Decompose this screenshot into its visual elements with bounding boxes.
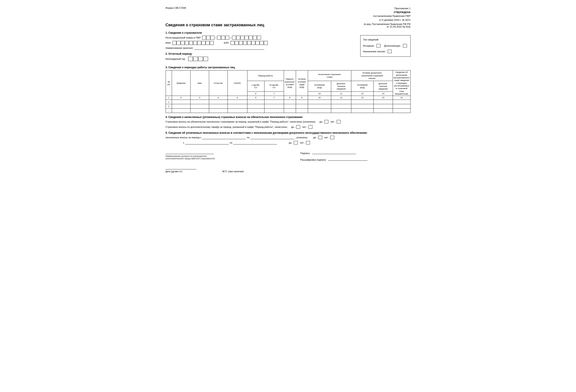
row2-snils[interactable] <box>228 104 247 108</box>
year-box[interactable] <box>203 57 208 61</box>
row3-surname[interactable] <box>172 108 190 113</box>
row3-period-from[interactable] <box>247 108 264 113</box>
inn-box[interactable] <box>197 41 201 45</box>
row2-early-add[interactable] <box>374 104 393 108</box>
kpp-box[interactable] <box>251 41 255 45</box>
row3-early-basis[interactable] <box>351 108 374 113</box>
row2-dismissal[interactable] <box>393 104 410 108</box>
pension-to2-field[interactable] <box>233 141 277 145</box>
pension-no2-box[interactable] <box>306 141 310 145</box>
type-pension-box[interactable] <box>388 50 392 53</box>
name-field[interactable] <box>194 46 264 50</box>
row2-territorial[interactable] <box>284 104 296 108</box>
row2-calc-add[interactable] <box>331 104 351 108</box>
reg-box[interactable] <box>240 36 244 40</box>
inn-box[interactable] <box>202 41 205 45</box>
inn-box[interactable] <box>173 41 176 45</box>
inn-box[interactable] <box>210 41 214 45</box>
pension-yes1-box[interactable] <box>318 136 322 139</box>
pension-from-field[interactable] <box>202 136 246 139</box>
signature-line[interactable] <box>312 150 356 154</box>
table-row: 2 <box>166 104 410 108</box>
contrib-no1-box[interactable] <box>337 120 341 123</box>
row2-calc-basis[interactable] <box>308 104 331 108</box>
reg-box[interactable] <box>245 36 249 40</box>
row3-snils[interactable] <box>228 108 247 113</box>
row1-territorial[interactable] <box>284 100 296 104</box>
reg-box[interactable] <box>217 36 221 40</box>
inn-box[interactable] <box>176 41 180 45</box>
reg-box[interactable] <box>249 36 253 40</box>
row1-period-to[interactable] <box>264 100 284 104</box>
row1-calc-basis[interactable] <box>308 100 331 104</box>
kpp-box[interactable] <box>243 41 247 45</box>
reg-box[interactable] <box>221 36 225 40</box>
type-original-box[interactable] <box>376 44 380 48</box>
year-box[interactable] <box>193 57 198 61</box>
row2-name[interactable] <box>190 104 209 108</box>
row2-period-from[interactable] <box>247 104 264 108</box>
year-box[interactable] <box>198 57 203 61</box>
pension-from2-field[interactable] <box>185 141 229 145</box>
row1-dismissal[interactable] <box>393 100 410 104</box>
inn-box[interactable] <box>193 41 197 45</box>
row3-patronymic[interactable] <box>209 108 228 113</box>
kpp-box[interactable] <box>264 41 268 45</box>
inn-box[interactable] <box>189 41 193 45</box>
kpp-box[interactable] <box>260 41 264 45</box>
kpp-box[interactable] <box>247 41 251 45</box>
reg-box[interactable] <box>236 36 240 40</box>
kpp-box[interactable] <box>230 41 234 45</box>
contrib-yes1-box[interactable] <box>324 120 328 123</box>
type-supplemental-box[interactable] <box>403 44 407 48</box>
row2-patronymic[interactable] <box>209 104 228 108</box>
row3-territorial[interactable] <box>284 108 296 113</box>
row2-special[interactable] <box>296 104 308 108</box>
contrib-yes2-box[interactable] <box>296 125 300 129</box>
reg-box[interactable] <box>232 36 236 40</box>
date-line[interactable] <box>166 165 196 169</box>
row1-early-basis[interactable] <box>351 100 374 104</box>
decode-label: Расшифровка подписи <box>300 158 326 161</box>
row1-num[interactable]: 1 <box>166 100 172 104</box>
row1-snils[interactable] <box>228 100 247 104</box>
col-early-basis: Основание(код) <box>351 81 374 91</box>
inn-box[interactable] <box>185 41 189 45</box>
reg-box[interactable] <box>202 36 206 40</box>
row1-name[interactable] <box>190 100 209 104</box>
contrib-no2-box[interactable] <box>309 125 312 129</box>
reg-box[interactable] <box>210 36 214 40</box>
row1-patronymic[interactable] <box>209 100 228 104</box>
col-idx-13: 14 <box>393 96 410 100</box>
row3-calc-basis[interactable] <box>308 108 331 113</box>
decode-line[interactable] <box>328 156 368 161</box>
row2-period-to[interactable] <box>264 104 284 108</box>
row2-early-basis[interactable] <box>351 104 374 108</box>
row2-surname[interactable] <box>172 104 190 108</box>
inn-box[interactable] <box>206 41 210 45</box>
kpp-box[interactable] <box>239 41 243 45</box>
row3-early-add[interactable] <box>374 108 393 113</box>
row2-num[interactable]: 2 <box>166 104 172 108</box>
row1-period-from[interactable] <box>247 100 264 104</box>
pension-yes2-box[interactable] <box>294 141 298 145</box>
inn-box[interactable] <box>181 41 185 45</box>
row1-special[interactable] <box>296 100 308 104</box>
row1-surname[interactable] <box>172 100 190 104</box>
row3-name[interactable] <box>190 108 209 113</box>
reg-box[interactable] <box>257 36 261 40</box>
row3-period-to[interactable] <box>264 108 284 113</box>
pension-to-field[interactable] <box>251 136 294 139</box>
kpp-box[interactable] <box>256 41 259 45</box>
kpp-box[interactable] <box>235 41 239 45</box>
reg-box[interactable] <box>206 36 210 40</box>
row3-calc-add[interactable] <box>331 108 351 113</box>
row3-special[interactable] <box>296 108 308 113</box>
reg-box[interactable] <box>225 36 229 40</box>
row1-early-add[interactable] <box>374 100 393 104</box>
row3-dismissal[interactable] <box>393 108 410 113</box>
row1-calc-add[interactable] <box>331 100 351 104</box>
year-box[interactable] <box>188 57 193 61</box>
pension-no1-box[interactable] <box>330 136 334 139</box>
reg-box[interactable] <box>253 36 257 40</box>
